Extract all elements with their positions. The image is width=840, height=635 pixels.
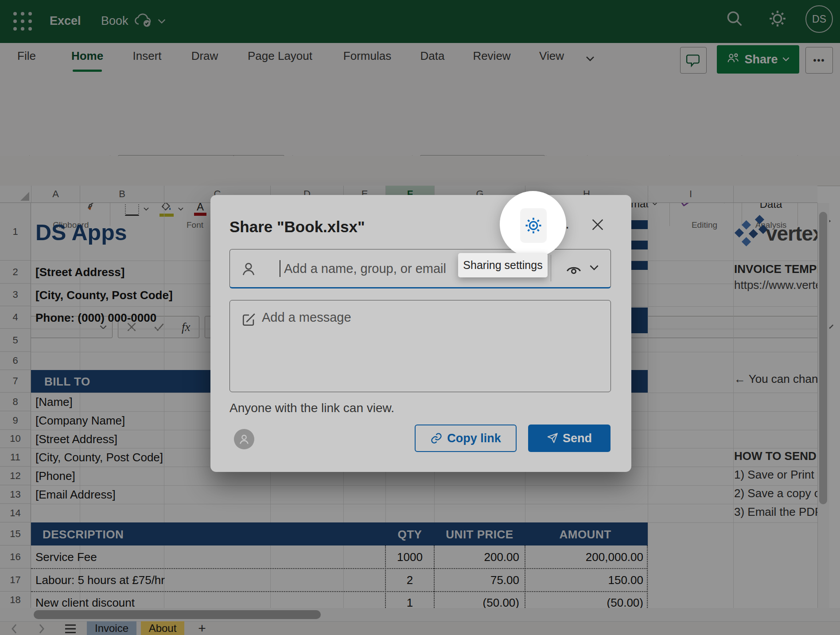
sharing-settings-gear-icon	[524, 216, 543, 235]
excel-web-app: Excel Book DS File Home Insert Draw Page…	[0, 0, 840, 635]
sharing-settings-tooltip: Sharing settings	[458, 253, 548, 277]
coachmark-backdrop	[0, 0, 840, 635]
sharing-settings-gear-button[interactable]	[520, 208, 547, 243]
